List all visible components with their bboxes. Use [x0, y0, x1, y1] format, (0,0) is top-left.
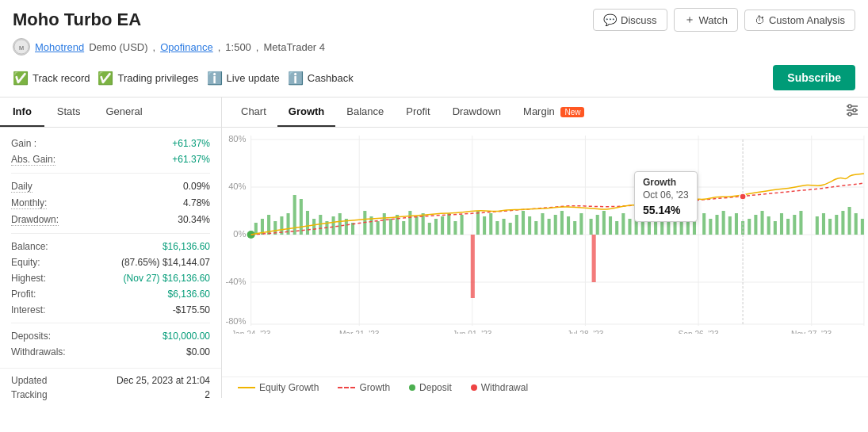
badge-track-label: Track record [33, 72, 90, 84]
svg-rect-89 [648, 216, 651, 235]
deposits-label: Deposits: [11, 331, 51, 342]
tab-drawdown[interactable]: Drawdown [442, 97, 512, 127]
deposits-row: Deposits: $10,000.00 [11, 328, 210, 344]
monthly-value: 4.78% [183, 197, 210, 208]
left-panel: Info Stats General Gain : +61.37% Abs. G… [0, 97, 222, 398]
svg-rect-31 [254, 223, 258, 235]
svg-rect-60 [447, 213, 450, 235]
svg-rect-110 [786, 219, 790, 235]
author-name[interactable]: Mohotrend [35, 41, 84, 53]
badges-and-subscribe: ✅ Track record ✅ Trading privileges ℹ️ L… [0, 62, 868, 97]
discuss-button[interactable]: 💬 Discuss [593, 9, 667, 31]
monthly-label: Monthly: [11, 197, 47, 209]
chart-legend: Equity Growth Growth Deposit Withdrawal [222, 377, 868, 398]
tracking-row: Tracking 2 [11, 388, 210, 402]
author-logo: M [13, 38, 30, 55]
svg-rect-118 [848, 207, 851, 235]
interest-row: Interest: -$175.50 [11, 302, 210, 318]
tab-general[interactable]: General [93, 97, 155, 127]
gain-row: Gain : +61.37% [11, 136, 210, 151]
svg-rect-106 [761, 211, 764, 235]
svg-rect-40 [312, 219, 315, 235]
svg-rect-94 [680, 211, 683, 235]
svg-rect-83 [609, 216, 612, 235]
svg-rect-59 [441, 216, 444, 235]
svg-text:Sep 26, '23: Sep 26, '23 [678, 330, 719, 334]
subscribe-button[interactable]: Subscribe [773, 65, 855, 90]
svg-rect-95 [686, 216, 690, 235]
svg-rect-92 [667, 219, 670, 235]
svg-rect-104 [748, 219, 751, 235]
svg-text:Jul 28, '23: Jul 28, '23 [567, 330, 603, 334]
meta-row: M Mohotrend Demo (USD) , Opofinance , 1:… [0, 36, 868, 62]
svg-rect-85 [621, 213, 625, 235]
daily-label: Daily [11, 181, 33, 193]
chat-icon: 💬 [603, 13, 617, 26]
header-actions: 💬 Discuss ＋ Watch ⏱ Custom Analysis [593, 8, 855, 32]
svg-rect-77 [567, 216, 570, 235]
svg-rect-105 [754, 215, 757, 235]
svg-rect-107 [767, 216, 770, 235]
gain-value: +61.37% [172, 138, 210, 149]
svg-rect-73 [541, 213, 544, 235]
chart-area: 80% 40% 0% -40% -80% J [222, 128, 868, 377]
svg-rect-100 [722, 211, 725, 235]
broker-link[interactable]: Opofinance [160, 41, 213, 53]
svg-rect-49 [377, 221, 380, 235]
watch-button[interactable]: ＋ Watch [674, 8, 738, 32]
page-title-area: Moho Turbo EA [13, 10, 141, 30]
page-title: Moho Turbo EA [13, 10, 141, 30]
custom-analysis-button[interactable]: ⏱ Custom Analysis [744, 10, 855, 31]
updated-value: Dec 25, 2023 at 21:04 [117, 375, 210, 386]
tab-stats[interactable]: Stats [44, 97, 94, 127]
svg-rect-61 [453, 221, 457, 235]
updated-label: Updated [11, 375, 47, 386]
svg-text:40%: 40% [228, 182, 247, 191]
legend-withdrawal: Withdrawal [471, 382, 528, 393]
svg-rect-53 [402, 221, 405, 235]
tab-profit[interactable]: Profit [395, 97, 441, 127]
growth-dash-icon [338, 387, 355, 388]
leverage: 1:500 [225, 41, 251, 53]
tab-growth[interactable]: Growth [277, 97, 336, 127]
tab-balance[interactable]: Balance [335, 97, 395, 127]
highest-row: Highest: (Nov 27) $16,136.60 [11, 270, 210, 286]
svg-rect-70 [522, 211, 525, 235]
svg-rect-57 [428, 223, 431, 235]
drawdown-label: Drawdown: [11, 214, 59, 226]
svg-point-7 [848, 113, 851, 116]
chart-tabs: Chart Growth Balance Profit Drawdown Mar… [222, 97, 868, 128]
withdrawals-row: Withdrawals: $0.00 [11, 344, 210, 360]
tab-info[interactable]: Info [0, 97, 44, 127]
info-section: Gain : +61.37% Abs. Gain: +61.37% Daily … [0, 128, 221, 368]
profit-value: $6,136.60 [168, 289, 210, 300]
withdrawal-dot-icon [471, 384, 477, 391]
warn-icon-live: ℹ️ [207, 71, 223, 86]
balance-value: $16,136.60 [163, 241, 210, 252]
svg-rect-64 [483, 216, 486, 235]
badge-trading-label: Trading privileges [117, 72, 198, 84]
svg-rect-68 [509, 223, 512, 235]
account-type: Demo (USD) [89, 41, 147, 53]
equity-growth-label: Equity Growth [259, 382, 319, 393]
drawdown-row: Drawdown: 30.34% [11, 212, 210, 228]
svg-rect-91 [660, 213, 663, 235]
svg-rect-90 [654, 221, 657, 235]
svg-rect-117 [841, 211, 844, 235]
svg-rect-38 [300, 199, 303, 235]
tracking-value: 2 [205, 389, 210, 400]
svg-rect-119 [855, 213, 858, 235]
tab-chart[interactable]: Chart [230, 97, 277, 127]
svg-rect-55 [415, 216, 418, 235]
abs-gain-value: +61.37% [172, 154, 210, 165]
svg-text:0%: 0% [233, 229, 246, 239]
tab-margin[interactable]: Margin New [512, 97, 595, 127]
svg-rect-84 [615, 221, 618, 235]
svg-rect-98 [709, 219, 712, 235]
svg-rect-72 [534, 221, 537, 235]
main-content: Info Stats General Gain : +61.37% Abs. G… [0, 97, 868, 398]
monthly-row: Monthly: 4.78% [11, 195, 210, 212]
svg-rect-112 [799, 211, 802, 235]
deposit-label: Deposit [419, 382, 452, 393]
chart-settings-button[interactable] [844, 102, 860, 122]
